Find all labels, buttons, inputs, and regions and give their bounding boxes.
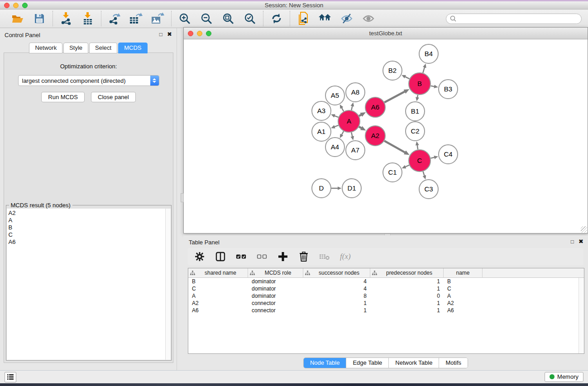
import-network-icon[interactable] xyxy=(59,12,73,25)
cell[interactable]: 0 xyxy=(370,293,444,299)
cell[interactable]: 1 xyxy=(303,300,370,306)
vertical-splitter-handle[interactable] xyxy=(181,193,184,202)
cell[interactable]: B xyxy=(188,278,248,285)
edge-A-A8[interactable] xyxy=(351,106,352,110)
edge-C-C3[interactable] xyxy=(423,172,425,176)
add-row-icon[interactable] xyxy=(277,251,288,262)
column-header-name[interactable]: name xyxy=(444,268,483,277)
cell[interactable]: C xyxy=(444,286,483,292)
search-field[interactable] xyxy=(446,14,582,24)
tab-motifs[interactable]: Motifs xyxy=(439,358,468,368)
graph-node-B2[interactable]: B2 xyxy=(383,61,402,80)
graph-node-B[interactable]: B xyxy=(409,73,430,95)
cell[interactable]: 4 xyxy=(303,286,370,292)
search-input[interactable] xyxy=(459,15,578,22)
memory-button[interactable]: Memory xyxy=(545,372,583,382)
export-image-icon[interactable] xyxy=(151,12,165,25)
cell[interactable]: dominator xyxy=(248,293,303,299)
graph-node-D1[interactable]: D1 xyxy=(342,179,361,198)
export-network-icon[interactable] xyxy=(108,12,121,25)
edge-C-C2[interactable] xyxy=(417,145,418,150)
tab-network[interactable]: Network xyxy=(29,43,62,53)
open-session-icon[interactable] xyxy=(11,12,24,25)
table-row-c[interactable]: Cdominator41C xyxy=(188,285,584,292)
close-window-button[interactable] xyxy=(4,3,10,8)
tab-mcds[interactable]: MCDS xyxy=(118,43,147,53)
graph-node-A5[interactable]: A5 xyxy=(325,86,344,105)
column-visibility-icon[interactable] xyxy=(215,251,226,262)
graph-node-B1[interactable]: B1 xyxy=(406,102,425,121)
graph-node-A3[interactable]: A3 xyxy=(312,101,331,120)
cell[interactable]: 1 xyxy=(303,307,370,314)
criterion-dropdown[interactable]: largest connected component (directed) xyxy=(18,75,159,86)
result-list-scrollbar[interactable] xyxy=(165,209,171,360)
save-session-icon[interactable] xyxy=(33,12,46,25)
cell[interactable]: C xyxy=(188,286,248,292)
cell[interactable]: 1 xyxy=(370,300,444,306)
cell[interactable]: B xyxy=(444,278,483,285)
graph-node-C3[interactable]: C3 xyxy=(419,180,438,199)
cell[interactable]: dominator xyxy=(248,286,303,292)
edge-B-B1[interactable] xyxy=(417,95,418,98)
float-table-panel-icon[interactable]: □ xyxy=(571,238,574,245)
run-mcds-button[interactable]: Run MCDS xyxy=(41,92,85,102)
edge-A-A1[interactable] xyxy=(335,125,339,127)
graph-node-D[interactable]: D xyxy=(312,179,331,198)
tab-edge-table[interactable]: Edge Table xyxy=(346,358,389,368)
minimize-window-button[interactable] xyxy=(13,3,19,8)
zoom-window-button[interactable] xyxy=(22,3,28,8)
tab-network-table[interactable]: Network Table xyxy=(389,358,439,368)
cell[interactable]: connector xyxy=(248,307,303,314)
edge-A-A5[interactable] xyxy=(342,108,344,111)
select-all-icon[interactable] xyxy=(236,251,247,262)
edge-B-B2[interactable] xyxy=(405,77,410,79)
graph-node-C[interactable]: C xyxy=(409,150,430,172)
graph-node-A1[interactable]: A1 xyxy=(312,122,331,141)
cell[interactable]: A2 xyxy=(188,300,248,306)
table-row-a6[interactable]: A6connector11A6 xyxy=(188,307,584,314)
edge-A-A7[interactable] xyxy=(351,132,352,136)
edge-B-B4[interactable] xyxy=(423,67,425,73)
table-options-icon[interactable] xyxy=(194,251,205,262)
cell[interactable]: dominator xyxy=(248,278,303,285)
edge-C-C1[interactable] xyxy=(405,165,409,167)
edge-C-C4[interactable] xyxy=(430,157,434,158)
close-panel-icon[interactable]: ✖ xyxy=(167,31,172,38)
network-from-selection-icon[interactable] xyxy=(296,12,310,25)
graph-node-A6[interactable]: A6 xyxy=(365,97,385,117)
network-zoom-button[interactable] xyxy=(206,31,211,36)
zoom-out-icon[interactable] xyxy=(200,12,213,25)
resize-grip-icon[interactable] xyxy=(581,226,587,233)
column-header-mcds-role[interactable]: MCDS role xyxy=(248,268,303,277)
cell[interactable]: A xyxy=(444,293,483,299)
table-scrollbar[interactable] xyxy=(578,278,584,353)
column-header-predecessor-nodes[interactable]: predecessor nodes xyxy=(370,268,444,277)
edge-A2-C[interactable] xyxy=(384,141,405,152)
graph-node-C2[interactable]: C2 xyxy=(406,122,425,141)
table-row-a2[interactable]: A2connector11A2 xyxy=(188,300,584,307)
cell[interactable]: A6 xyxy=(444,307,483,314)
cell[interactable]: A6 xyxy=(188,307,248,314)
graph-node-A8[interactable]: A8 xyxy=(346,83,365,102)
close-panel-button[interactable]: Close panel xyxy=(91,92,136,102)
column-header-shared-name[interactable]: shared name xyxy=(188,268,248,277)
cell[interactable]: A2 xyxy=(444,300,483,306)
table-row-a[interactable]: Adominator80A xyxy=(188,292,584,300)
cell[interactable]: 1 xyxy=(370,307,444,314)
network-minimize-button[interactable] xyxy=(197,31,202,36)
graph-node-B4[interactable]: B4 xyxy=(419,44,438,63)
cell[interactable]: A xyxy=(188,293,248,299)
table-row-b[interactable]: Bdominator41B xyxy=(188,278,584,285)
float-panel-icon[interactable]: □ xyxy=(159,31,163,38)
graph-node-B3[interactable]: B3 xyxy=(439,80,458,99)
tab-node-table[interactable]: Node Table xyxy=(304,358,347,368)
home-view-icon[interactable] xyxy=(318,12,332,25)
zoom-fit-icon[interactable] xyxy=(221,12,235,25)
task-history-button[interactable] xyxy=(5,372,16,382)
edge-A-A3[interactable] xyxy=(335,116,339,117)
delete-table-icon[interactable] xyxy=(319,251,330,262)
import-table-icon[interactable] xyxy=(81,12,95,25)
column-header-successor-nodes[interactable]: successor nodes xyxy=(303,268,370,277)
zoom-in-icon[interactable] xyxy=(178,12,191,25)
tab-style[interactable]: Style xyxy=(63,43,88,53)
